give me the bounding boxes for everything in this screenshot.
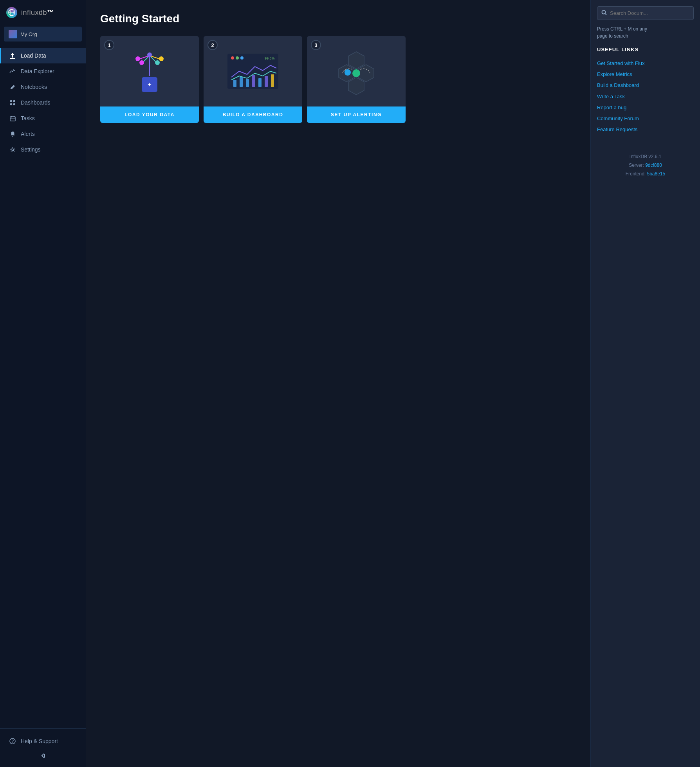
svg-rect-37 bbox=[258, 78, 262, 87]
org-name: My Org bbox=[20, 31, 77, 37]
grid-icon bbox=[9, 99, 16, 106]
sidebar-item-data-explorer[interactable]: Data Explorer bbox=[0, 63, 86, 79]
svg-marker-43 bbox=[348, 78, 364, 95]
svg-point-46 bbox=[602, 11, 606, 14]
sidebar-logo: influxdb™ bbox=[0, 0, 86, 25]
load-data-button[interactable]: LOAD YOUR DATA bbox=[100, 106, 199, 123]
build-dashboard-button[interactable]: BUILD A DASHBOARD bbox=[204, 106, 302, 123]
svg-rect-36 bbox=[252, 75, 255, 87]
sidebar-item-label: Tasks bbox=[21, 115, 35, 121]
svg-marker-40 bbox=[348, 52, 364, 69]
svg-point-26 bbox=[155, 60, 160, 65]
svg-rect-38 bbox=[265, 76, 268, 87]
svg-text:99.5%: 99.5% bbox=[265, 56, 275, 60]
server-version: Server: 9dcf880 bbox=[597, 161, 694, 170]
svg-point-44 bbox=[352, 69, 360, 77]
link-community-forum[interactable]: Community Forum bbox=[597, 113, 694, 124]
upload-icon bbox=[9, 52, 16, 59]
svg-text:✦: ✦ bbox=[147, 81, 152, 88]
svg-text:?: ? bbox=[12, 739, 14, 744]
sidebar-item-alerts[interactable]: Alerts bbox=[0, 126, 86, 142]
svg-rect-4 bbox=[10, 100, 12, 102]
link-get-started-flux[interactable]: Get Started with Flux bbox=[597, 58, 694, 69]
sidebar-item-label: Load Data bbox=[21, 52, 46, 59]
sidebar-item-tasks[interactable]: Tasks bbox=[0, 110, 86, 126]
sidebar-item-label: Help & Support bbox=[21, 738, 58, 744]
link-build-dashboard[interactable]: Build a Dashboard bbox=[597, 80, 694, 91]
svg-point-23 bbox=[135, 56, 140, 61]
logo-icon bbox=[6, 7, 17, 18]
svg-point-45 bbox=[345, 69, 351, 76]
step-badge-1: 1 bbox=[104, 40, 114, 50]
svg-point-24 bbox=[139, 60, 144, 65]
svg-rect-35 bbox=[246, 79, 249, 87]
search-hint-line1: Press CTRL + M on any bbox=[597, 26, 647, 32]
app-name-suffix: db bbox=[39, 9, 47, 16]
right-panel: Press CTRL + M on any page to search USE… bbox=[590, 0, 700, 767]
sidebar: influxdb™ My Org Load Data Data Explorer bbox=[0, 0, 86, 767]
link-feature-requests[interactable]: Feature Requests bbox=[597, 124, 694, 135]
version-info: InfluxDB v2.6.1 Server: 9dcf880 Frontend… bbox=[597, 153, 694, 178]
link-explore-metrics[interactable]: Explore Metrics bbox=[597, 69, 694, 80]
search-box[interactable] bbox=[597, 6, 694, 20]
step-badge-3: 3 bbox=[311, 40, 321, 50]
svg-point-12 bbox=[12, 149, 14, 151]
svg-rect-8 bbox=[10, 117, 15, 121]
org-selector[interactable]: My Org bbox=[4, 27, 82, 42]
server-hash: 9dcf880 bbox=[645, 162, 662, 168]
link-report-bug[interactable]: Report a bug bbox=[597, 102, 694, 113]
sidebar-item-load-data[interactable]: Load Data bbox=[0, 48, 86, 63]
alerting-illustration bbox=[333, 48, 380, 95]
svg-point-25 bbox=[147, 52, 152, 57]
svg-line-47 bbox=[605, 14, 607, 15]
build-dashboard-image: 2 99.5% bbox=[204, 36, 302, 106]
sidebar-bottom: ? Help & Support bbox=[0, 728, 86, 767]
page-title: Getting Started bbox=[100, 13, 576, 25]
org-color-box bbox=[9, 30, 17, 38]
sidebar-item-help[interactable]: ? Help & Support bbox=[0, 733, 86, 749]
sidebar-item-label: Data Explorer bbox=[21, 68, 54, 74]
link-write-task[interactable]: Write a Task bbox=[597, 91, 694, 102]
sidebar-collapse-btn[interactable] bbox=[0, 749, 86, 762]
load-data-illustration: ✦ bbox=[130, 48, 169, 95]
useful-links-list: Get Started with Flux Explore Metrics Bu… bbox=[597, 58, 694, 135]
svg-point-31 bbox=[240, 56, 244, 60]
sidebar-item-settings[interactable]: Settings bbox=[0, 142, 86, 157]
useful-links-title: USEFUL LINKS bbox=[597, 47, 694, 52]
chart-icon bbox=[9, 68, 16, 75]
getting-started-grid: 1 ✦ bbox=[100, 36, 406, 123]
svg-rect-33 bbox=[233, 80, 236, 87]
svg-point-27 bbox=[159, 56, 164, 61]
build-dashboard-card: 2 99.5% bbox=[204, 36, 302, 123]
step-badge-2: 2 bbox=[207, 40, 218, 50]
svg-rect-34 bbox=[240, 77, 243, 87]
search-input[interactable] bbox=[610, 10, 689, 16]
sidebar-item-label: Notebooks bbox=[21, 84, 47, 90]
sidebar-item-label: Alerts bbox=[21, 131, 35, 137]
set-up-alerting-card: 3 SET UP ALERTING bbox=[307, 36, 406, 123]
sidebar-item-notebooks[interactable]: Notebooks bbox=[0, 79, 86, 95]
calendar-icon bbox=[9, 115, 16, 122]
svg-rect-7 bbox=[13, 103, 15, 105]
version-label: InfluxDB v2.6.1 bbox=[597, 153, 694, 161]
frontend-version: Frontend: 5ba8e15 bbox=[597, 170, 694, 179]
pencil-icon bbox=[9, 83, 16, 90]
logo-text: influxdb™ bbox=[21, 9, 54, 17]
main-content: Getting Started 1 ✦ bbox=[86, 0, 590, 767]
svg-marker-41 bbox=[358, 65, 374, 82]
svg-point-29 bbox=[231, 56, 234, 60]
gear-icon bbox=[9, 146, 16, 153]
bell-icon bbox=[9, 130, 16, 137]
set-up-alerting-button[interactable]: SET UP ALERTING bbox=[307, 106, 406, 123]
search-hint-line2: page to search bbox=[597, 33, 628, 39]
search-hint: Press CTRL + M on any page to search bbox=[597, 25, 694, 40]
panel-divider bbox=[597, 144, 694, 144]
svg-rect-6 bbox=[10, 103, 12, 105]
load-data-card: 1 ✦ bbox=[100, 36, 199, 123]
nav-items: Load Data Data Explorer Notebooks bbox=[0, 46, 86, 728]
sidebar-item-dashboards[interactable]: Dashboards bbox=[0, 95, 86, 110]
svg-point-30 bbox=[236, 56, 239, 60]
load-data-image: 1 ✦ bbox=[100, 36, 199, 106]
sidebar-item-label: Settings bbox=[21, 146, 41, 153]
sidebar-item-label: Dashboards bbox=[21, 99, 51, 106]
